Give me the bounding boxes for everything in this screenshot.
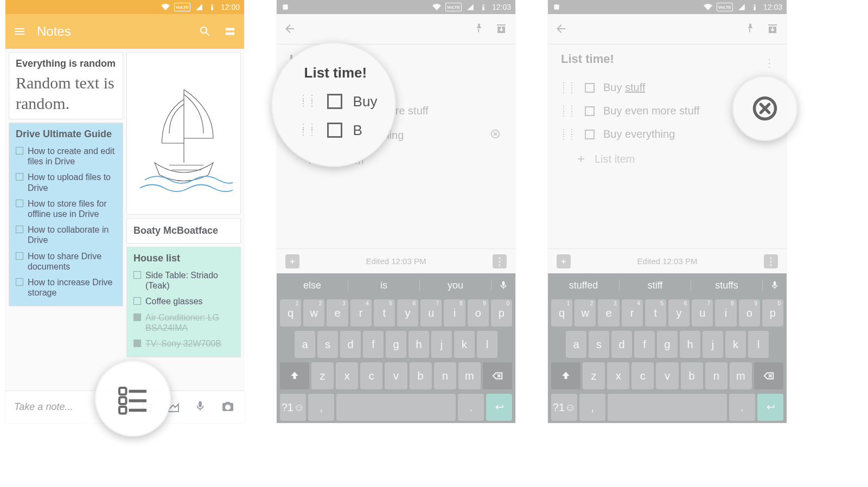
key-e[interactable]: e3 [598, 299, 619, 326]
key-w[interactable]: w2 [303, 299, 324, 326]
suggestion[interactable]: stuffed [548, 280, 620, 291]
add-button[interactable]: + [285, 254, 299, 268]
drag-handle-icon[interactable]: ⋮⋮⋮⋮ [289, 131, 305, 140]
key-l[interactable]: l [477, 331, 497, 358]
add-button[interactable]: + [557, 254, 571, 268]
key-d[interactable]: d [611, 331, 632, 358]
key-enter[interactable] [757, 394, 783, 421]
key-period[interactable]: . [458, 394, 484, 421]
add-item-row[interactable]: + List item [289, 148, 503, 174]
key-b[interactable]: b [410, 362, 432, 389]
suggestion[interactable]: stuffs [691, 280, 763, 291]
list-item-row[interactable]: ⋮⋮⋮⋮Buy even more stuff [560, 99, 775, 123]
key-z[interactable]: z [583, 362, 605, 389]
key-i[interactable]: i8 [444, 299, 465, 326]
key-comma[interactable]: , [308, 394, 334, 421]
key-m[interactable]: m [458, 362, 481, 389]
note-card-boat-title[interactable]: Boaty McBoatface [126, 218, 241, 244]
archive-icon[interactable] [495, 22, 509, 36]
checkbox-icon[interactable] [585, 106, 595, 116]
search-icon[interactable] [197, 24, 213, 39]
checkbox-icon[interactable] [585, 130, 595, 139]
key-space[interactable] [336, 394, 456, 421]
checklist-item[interactable]: Side Table: Striado (Teak) [133, 267, 234, 293]
new-drawing-icon[interactable] [167, 400, 181, 414]
key-s[interactable]: s [317, 331, 338, 358]
key-f[interactable]: f [634, 331, 655, 358]
checkbox-icon[interactable] [314, 83, 323, 93]
note-card-drive[interactable]: Drive Ultimate Guide How to create and e… [9, 123, 123, 306]
key-g[interactable]: g [657, 331, 678, 358]
suggestion[interactable]: is [348, 280, 420, 291]
key-g[interactable]: g [386, 331, 406, 358]
checklist-item[interactable]: Air Conditioner: LG BSA24IMA [133, 310, 234, 336]
archive-icon[interactable] [766, 22, 780, 36]
key-r[interactable]: r4 [622, 299, 643, 326]
add-item-row[interactable]: + List item [560, 146, 775, 172]
more-button[interactable]: ⋮ [764, 254, 778, 268]
back-icon[interactable] [554, 22, 569, 36]
key-h[interactable]: h [680, 331, 700, 358]
key-v[interactable]: v [656, 362, 678, 389]
key-z[interactable]: z [311, 362, 334, 389]
checklist-item[interactable]: How to store files for offline use in Dr… [16, 196, 116, 222]
list-item-text[interactable]: Buy everything [332, 129, 481, 142]
key-i[interactable]: i8 [715, 299, 736, 326]
suggestion[interactable]: you [420, 280, 492, 291]
key-q[interactable]: q1 [551, 299, 572, 326]
key-j[interactable]: j [431, 331, 452, 358]
key-k[interactable]: k [454, 331, 475, 358]
key-u[interactable]: u7 [692, 299, 713, 326]
suggestion[interactable]: else [277, 280, 348, 291]
key-period[interactable]: . [729, 394, 755, 421]
key-m[interactable]: m [730, 362, 752, 389]
checklist-item[interactable]: How to upload files to Drive [16, 169, 116, 195]
key-u[interactable]: u7 [420, 299, 442, 326]
list-item-row[interactable]: ⋮⋮⋮⋮Buy everything [289, 123, 503, 148]
list-item-text[interactable]: Buy even more stuff [332, 105, 503, 117]
list-title[interactable]: List time! [290, 52, 503, 66]
key-x[interactable]: x [336, 362, 358, 389]
checklist-item[interactable]: How to share Drive documents [16, 248, 116, 274]
checkbox-icon[interactable] [314, 130, 323, 140]
drag-handle-icon[interactable]: ⋮⋮⋮⋮ [560, 106, 576, 116]
key-n[interactable]: n [705, 362, 727, 389]
note-card-boat-drawing[interactable] [126, 52, 241, 215]
list-item-row[interactable]: ⋮⋮⋮⋮Buy everything [560, 123, 775, 146]
mic-icon[interactable] [763, 280, 787, 290]
key-comma[interactable]: , [579, 394, 605, 421]
checklist-item[interactable]: How to collaborate in Drive [16, 222, 116, 248]
key-r[interactable]: r4 [350, 299, 372, 326]
list-item-text[interactable]: Buy stuff [603, 81, 775, 94]
drag-handle-icon[interactable]: ⋮⋮⋮⋮ [560, 130, 576, 139]
key-backspace[interactable] [754, 362, 783, 389]
key-t[interactable]: t5 [645, 299, 666, 326]
list-item-row[interactable]: ⋮⋮⋮⋮Buy stuff [289, 76, 503, 99]
list-title[interactable]: List time! [561, 52, 764, 66]
more-button[interactable]: ⋮ [493, 254, 507, 268]
key-a[interactable]: a [295, 331, 315, 358]
list-item-text[interactable]: Buy stuff [332, 81, 503, 94]
checklist-item[interactable]: Coffee glasses [133, 293, 234, 309]
key-s[interactable]: s [589, 331, 609, 358]
key-t[interactable]: t5 [374, 299, 395, 326]
delete-item-icon[interactable] [489, 128, 503, 142]
key-c[interactable]: c [360, 362, 382, 389]
key-x[interactable]: x [607, 362, 629, 389]
key-f[interactable]: f [363, 331, 384, 358]
key-w[interactable]: w2 [575, 299, 596, 326]
list-item-text[interactable]: Buy even more stuff [603, 105, 775, 117]
note-card-house[interactable]: House list Side Table: Striado (Teak)Cof… [126, 247, 241, 357]
drag-handle-icon[interactable]: ⋮⋮⋮⋮ [560, 83, 576, 92]
pin-icon[interactable] [744, 22, 758, 36]
key-enter[interactable] [486, 394, 512, 421]
key-l[interactable]: l [748, 331, 769, 358]
back-icon[interactable] [283, 22, 297, 36]
menu-icon[interactable] [12, 24, 27, 39]
key-symbols[interactable]: ?1☺ [551, 394, 577, 421]
key-backspace[interactable] [483, 362, 512, 389]
title-overflow-icon[interactable]: ⋮ [764, 56, 775, 69]
key-c[interactable]: c [631, 362, 654, 389]
note-card-random[interactable]: Everything is random Random text is rand… [9, 52, 123, 119]
key-b[interactable]: b [681, 362, 703, 389]
